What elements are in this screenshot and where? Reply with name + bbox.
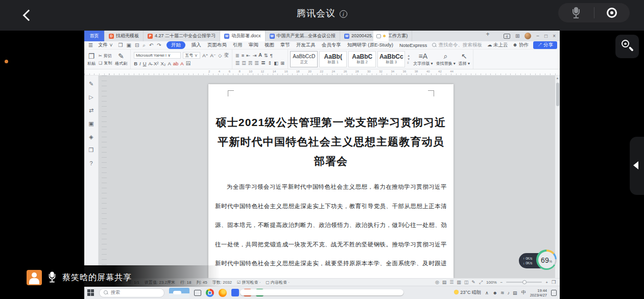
meeting-toolbar-collapsed-pill[interactable] xyxy=(240,289,403,295)
minimize-button[interactable]: − xyxy=(536,31,539,41)
preview-icon[interactable]: ⌕ xyxy=(142,42,146,48)
collab-button[interactable]: ☻ 协作 xyxy=(513,42,529,48)
superscript-icon[interactable]: X² xyxy=(154,61,159,66)
taskbar-search-input[interactable]: 搜索 xyxy=(99,288,164,297)
style-card[interactable]: AaBbC 标题 2 xyxy=(348,51,376,67)
new-doc-icon[interactable]: ❐ xyxy=(118,42,123,48)
menu-item-插入[interactable]: 插入 xyxy=(192,42,201,48)
ime-indicator[interactable]: 中 xyxy=(521,289,526,296)
increase-indent-icon[interactable]: ⇥ xyxy=(252,53,256,58)
cut-button[interactable]: ✂剪切 xyxy=(99,53,112,59)
user-tray-icon[interactable]: ☻ xyxy=(493,290,497,295)
underline-button[interactable]: U xyxy=(143,61,147,66)
read-mode-icon[interactable]: ❒ xyxy=(89,147,94,154)
print-icon[interactable]: ⊟ xyxy=(135,42,139,48)
menu-item-NoteExpress[interactable]: NoteExpress xyxy=(399,42,427,48)
new-tab-button[interactable]: + xyxy=(482,31,493,38)
font-size-select[interactable]: 五号 ∨ xyxy=(183,52,200,59)
panel-collapse-handle[interactable] xyxy=(630,137,644,195)
text-direction-icon[interactable]: 𝐀 xyxy=(258,52,262,58)
strikethrough-icon[interactable]: A̶ xyxy=(149,61,152,66)
copy-button[interactable]: ❏复制 xyxy=(99,60,112,66)
wps-taskbar-icon[interactable] xyxy=(231,289,239,296)
align-left-icon[interactable]: ☰ xyxy=(235,60,240,66)
tray-expand-icon[interactable]: ∧ xyxy=(485,290,489,295)
keyboard-tray-icon[interactable]: ▤ xyxy=(513,290,517,295)
menu-item-会员专享[interactable]: 会员专享 xyxy=(322,42,341,48)
style-card[interactable]: AaBb( 标题 1 xyxy=(319,51,347,67)
hamburger-icon[interactable]: ☰ xyxy=(88,42,93,48)
wps-document-tab[interactable]: 首页 xyxy=(84,31,105,41)
presenter-avatar[interactable] xyxy=(27,270,42,285)
record-button[interactable] xyxy=(594,8,630,18)
shading-icon[interactable]: ◧ xyxy=(274,60,278,66)
numbering-icon[interactable]: ≡ xyxy=(242,53,245,58)
align-center-icon[interactable]: ☲ xyxy=(242,60,246,66)
paste-button[interactable]: ❐ 粘贴 xyxy=(87,53,96,66)
format-painter-button[interactable]: ✎ 格式刷 xyxy=(115,53,127,66)
help-icon[interactable]: ? xyxy=(89,160,92,166)
zoom-slider[interactable] xyxy=(506,282,542,283)
sort-icon[interactable]: ⇅ xyxy=(264,53,268,58)
view-mode-icon-2[interactable]: ☰ xyxy=(449,280,454,285)
select-cursor-icon[interactable]: ▷ xyxy=(89,94,93,101)
line-spacing-icon[interactable]: ⇕ xyxy=(268,60,272,66)
undo-icon[interactable]: ↶ xyxy=(149,42,153,48)
zoom-in-overlay-button[interactable] xyxy=(615,35,639,58)
italic-button[interactable]: I xyxy=(139,61,141,66)
menu-item-审阅[interactable]: 审阅 xyxy=(249,42,258,48)
volume-tray-icon[interactable]: ♪ xyxy=(508,290,510,295)
file-menu[interactable]: 文件 ∨ xyxy=(98,42,113,48)
text-effect-icon[interactable]: A xyxy=(168,61,171,66)
zoom-out-button[interactable]: − xyxy=(500,280,503,285)
wps-document-tab[interactable]: P 4.27 二十届二中全会公报学习 xyxy=(144,31,220,41)
justify-icon[interactable]: ☰ xyxy=(254,60,259,66)
comment-icon[interactable] xyxy=(376,34,381,38)
font-name-select[interactable]: Microsoft YaHei l ∨ xyxy=(134,52,181,59)
distribute-icon[interactable]: 〓 xyxy=(261,60,266,66)
menu-item-开发工具[interactable]: 开发工具 xyxy=(296,42,316,48)
workspace-grid-icon[interactable]: ⊞ xyxy=(515,31,519,41)
firefox-icon[interactable] xyxy=(219,289,227,297)
insert-image-icon[interactable]: ▣ xyxy=(88,120,93,127)
align-right-icon[interactable]: ☴ xyxy=(248,60,253,66)
decrease-indent-icon[interactable]: ⇤ xyxy=(246,53,250,58)
taskbar-clock[interactable]: 19:44 2023/4/27 xyxy=(530,288,547,297)
subscript-icon[interactable]: X₂ xyxy=(160,61,165,66)
menu-item-引用[interactable]: 引用 xyxy=(233,42,243,48)
view-mode-icon-5[interactable]: ✎ xyxy=(471,280,475,285)
fullscreen-icon[interactable]: ❒ xyxy=(552,280,556,285)
border-icon[interactable]: ⊞ xyxy=(280,60,284,66)
wps-document-tab[interactable]: W 中国共产党第...全体会议公报 xyxy=(266,31,341,41)
find-replace-button[interactable]: ⌕ 查找替换 ▾ xyxy=(436,53,455,66)
view-mode-icon-0[interactable]: ◎ xyxy=(435,280,439,285)
bold-button[interactable]: B xyxy=(134,61,137,66)
text-layout-button[interactable]: ≡A 文字排版 ▾ xyxy=(413,53,433,66)
split-screen-icon[interactable]: 4 xyxy=(504,34,510,39)
performance-gauge[interactable]: 69% xyxy=(536,250,557,270)
menu-item-视图[interactable]: 视图 xyxy=(265,42,274,48)
account-avatar[interactable] xyxy=(524,33,531,39)
zoom-slider-knob[interactable] xyxy=(522,280,527,284)
meeting-info-icon[interactable]: i xyxy=(340,10,347,18)
close-button[interactable]: × xyxy=(553,31,556,41)
save-icon[interactable]: ▣ xyxy=(126,42,131,48)
zoom-level[interactable]: 100% xyxy=(486,280,496,285)
clear-format-icon[interactable]: ◇ xyxy=(218,53,222,58)
cloud-status[interactable]: ☁ 未上云 xyxy=(487,42,508,48)
char-border-icon[interactable]: 囜 xyxy=(186,60,191,67)
menu-item-章节[interactable]: 章节 xyxy=(280,42,290,48)
shrink-font-icon[interactable]: A⁻ xyxy=(210,53,216,58)
select-button[interactable]: ↖ 选择 ▾ xyxy=(459,53,470,66)
fit-page-icon[interactable]: ⤢ xyxy=(479,280,483,285)
view-mode-icon-3[interactable]: ▥ xyxy=(457,280,461,285)
share-button[interactable]: ↗ 分享 xyxy=(533,41,557,49)
document-page[interactable]: 硕士2021级公共管理第一党支部学习贯彻习近平新时代中国特色社会主义思想主题教育… xyxy=(208,84,454,278)
network-tray-icon[interactable]: ≋ xyxy=(500,290,505,295)
chrome-icon[interactable] xyxy=(206,289,214,297)
style-card[interactable]: AaBbCc 标题 3 xyxy=(377,51,405,67)
mic-button[interactable] xyxy=(558,7,594,18)
scrollbar-thumb[interactable] xyxy=(556,83,559,106)
maximize-button[interactable]: □ xyxy=(544,31,547,41)
menu-item-开始[interactable]: 开始 xyxy=(166,41,185,49)
